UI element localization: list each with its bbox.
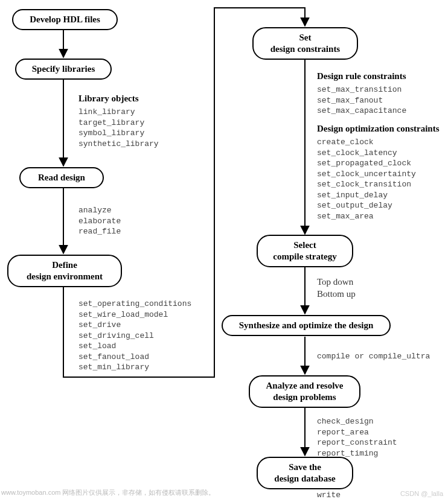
- node-define-env: Define design environment: [7, 255, 122, 287]
- node-label-line2: design database: [274, 473, 335, 485]
- list-report-cmds: check_design report_area report_constrai…: [317, 416, 397, 459]
- node-label-line1: Set: [299, 32, 312, 43]
- node-read-design: Read design: [19, 167, 104, 188]
- watermark-text: www.toymoban.com 网络图片仅供展示，非存储，如有侵权请联系删除。: [1, 488, 215, 497]
- csdn-credit: CSDN @_lalla: [400, 490, 443, 497]
- node-label: Read design: [38, 172, 85, 183]
- node-label-line2: design problems: [273, 392, 336, 403]
- list-read-cmds: analyze elaborate read_file: [78, 205, 121, 237]
- node-save-database: Save the design database: [257, 457, 353, 489]
- node-label-line1: Save the: [289, 462, 321, 473]
- node-label: Specify libraries: [32, 63, 95, 75]
- node-label-line1: Analyze and resolve: [266, 380, 343, 392]
- node-synthesize: Synthesize and optimize the design: [222, 315, 391, 336]
- node-label-line1: Select: [293, 240, 316, 251]
- node-develop-hdl: Develop HDL files: [12, 9, 118, 30]
- caption-strategy: Top down Bottom up: [317, 276, 356, 300]
- node-label: Develop HDL files: [30, 14, 100, 25]
- heading-library-objects: Library objects: [78, 94, 139, 104]
- node-label-line2: design constraints: [270, 43, 340, 55]
- node-label: Synthesize and optimize the design: [239, 320, 374, 331]
- node-label-line2: compile strategy: [273, 251, 336, 262]
- heading-design-rule: Design rule constraints: [317, 71, 406, 81]
- node-specify-libraries: Specify libraries: [15, 59, 112, 80]
- list-env-cmds: set_operating_conditions set_wire_load_m…: [78, 299, 191, 373]
- list-write-cmd: write: [317, 490, 341, 501]
- list-compile-cmd: compile or compile_ultra: [317, 351, 430, 362]
- list-library-objects: link_library target_library symbol_libra…: [78, 107, 159, 149]
- list-drc-cmds: set_max_transition set_max_fanout set_ma…: [317, 84, 406, 116]
- node-set-constraints: Set design constraints: [252, 27, 358, 60]
- node-analyze-resolve: Analyze and resolve design problems: [249, 375, 360, 408]
- heading-design-opt: Design optimization constraints: [317, 124, 440, 134]
- node-label-line2: design environment: [27, 271, 103, 282]
- node-select-strategy: Select compile strategy: [257, 235, 353, 267]
- node-label-line1: Define: [52, 259, 77, 271]
- list-opt-cmds: create_clock set_clock_latency set_propa…: [317, 137, 416, 221]
